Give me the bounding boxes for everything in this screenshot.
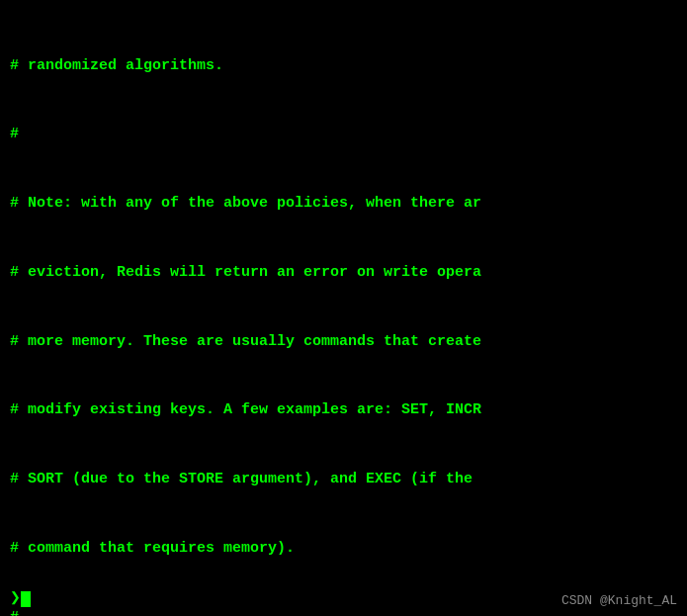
code-line-4: # eviction, Redis will return an error o…: [10, 261, 677, 284]
code-line-3: # Note: with any of the above policies, …: [10, 192, 677, 215]
code-line-1: # randomized algorithms.: [10, 54, 677, 77]
code-line-7: # SORT (due to the STORE argument), and …: [10, 468, 677, 490]
code-line-5: # more memory. These are usually command…: [10, 330, 677, 353]
terminal-cursor: ❯: [10, 586, 31, 608]
watermark-text: CSDN @Knight_AL: [561, 593, 677, 608]
code-editor: # randomized algorithms. # # Note: with …: [0, 0, 687, 616]
code-line-2: #: [10, 123, 677, 145]
code-line-8: # command that requires memory).: [10, 537, 677, 560]
code-line-6: # modify existing keys. A few examples a…: [10, 398, 677, 421]
